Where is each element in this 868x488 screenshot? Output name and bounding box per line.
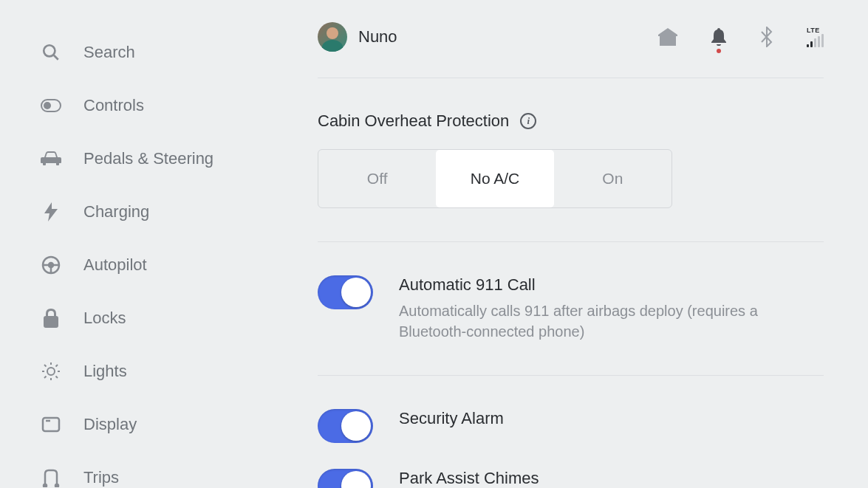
parkassist-row: Park Assist Chimes [318, 469, 824, 488]
auto911-section: Automatic 911 Call Automatically calls 9… [318, 242, 824, 376]
svg-point-19 [55, 484, 58, 487]
sidebar-item-locks[interactable]: Locks [41, 292, 266, 345]
bolt-icon [41, 202, 61, 222]
route-icon [41, 467, 61, 488]
auto911-toggle[interactable] [318, 275, 373, 309]
auto911-desc: Automatically calls 911 after airbags de… [399, 300, 824, 342]
svg-point-7 [47, 368, 55, 375]
alarm-toggle[interactable] [318, 409, 373, 443]
light-icon [41, 361, 61, 382]
steering-wheel-icon [41, 255, 61, 275]
notification-dot [717, 49, 721, 53]
parkassist-toggle[interactable] [318, 469, 373, 488]
alarm-title: Security Alarm [399, 409, 824, 428]
sidebar-item-label: Controls [83, 96, 144, 115]
svg-line-13 [56, 377, 58, 379]
segment-noac[interactable]: No A/C [436, 150, 553, 207]
overheat-segmented-control: Off No A/C On [318, 149, 672, 208]
sidebar-item-autopilot[interactable]: Autopilot [41, 238, 266, 292]
segment-off[interactable]: Off [318, 150, 436, 207]
sidebar-item-search[interactable]: Search [41, 26, 266, 79]
sidebar-item-label: Lights [83, 362, 127, 381]
parkassist-text: Park Assist Chimes [399, 469, 824, 488]
username: Nuno [358, 27, 397, 47]
status-bar: LTE [658, 27, 824, 47]
signal-bars-icon [807, 34, 824, 47]
section-header: Cabin Overheat Protection i [318, 111, 824, 131]
svg-point-3 [44, 102, 51, 109]
overheat-title: Cabin Overheat Protection [318, 111, 509, 131]
sidebar-item-label: Charging [83, 202, 149, 221]
sidebar-item-display[interactable]: Display [41, 398, 266, 451]
svg-line-1 [54, 55, 58, 60]
sidebar-item-trips[interactable]: Trips [41, 451, 266, 488]
sidebar-item-controls[interactable]: Controls [41, 79, 266, 132]
parkassist-title: Park Assist Chimes [399, 469, 824, 488]
auto911-title: Automatic 911 Call [399, 275, 824, 295]
alarm-text: Security Alarm [399, 409, 824, 434]
header: Nuno LTE [318, 22, 824, 78]
svg-rect-16 [43, 418, 59, 431]
garage-icon[interactable] [658, 28, 677, 46]
sidebar-item-pedals[interactable]: Pedals & Steering [41, 132, 266, 185]
sidebar-item-lights[interactable]: Lights [41, 345, 266, 398]
car-icon [41, 148, 61, 169]
svg-point-0 [44, 45, 55, 56]
svg-rect-6 [44, 316, 58, 328]
segment-on[interactable]: On [554, 150, 671, 207]
security-section: Security Alarm Park Assist Chimes [318, 376, 824, 488]
auto911-row: Automatic 911 Call Automatically calls 9… [318, 275, 824, 342]
sidebar-item-label: Display [83, 415, 137, 434]
bluetooth-icon[interactable] [760, 27, 773, 47]
bell-icon[interactable] [711, 28, 727, 46]
sidebar-item-label: Autopilot [83, 255, 147, 275]
signal-indicator[interactable]: LTE [807, 27, 824, 47]
svg-line-14 [44, 377, 47, 379]
sidebar: Search Controls Pedals & Steering Chargi… [0, 0, 295, 488]
toggle-icon [41, 95, 61, 116]
svg-point-5 [49, 263, 53, 267]
signal-label: LTE [807, 27, 820, 34]
sidebar-item-label: Pedals & Steering [83, 149, 213, 168]
auto911-text: Automatic 911 Call Automatically calls 9… [399, 275, 824, 342]
sidebar-item-label: Search [83, 43, 135, 62]
sidebar-item-label: Trips [83, 468, 119, 487]
svg-line-12 [44, 365, 47, 367]
user-profile[interactable]: Nuno [318, 22, 397, 52]
lock-icon [41, 308, 61, 329]
sidebar-item-charging[interactable]: Charging [41, 185, 266, 238]
overheat-section: Cabin Overheat Protection i Off No A/C O… [318, 78, 824, 242]
svg-point-18 [44, 484, 47, 487]
main-content: Nuno LTE Cabin Overheat Protection [295, 0, 868, 488]
avatar [318, 22, 347, 52]
search-icon [41, 42, 61, 63]
sidebar-item-label: Locks [83, 309, 126, 328]
display-icon [41, 414, 61, 435]
alarm-row: Security Alarm [318, 409, 824, 443]
info-icon[interactable]: i [520, 113, 536, 129]
svg-line-15 [56, 365, 58, 367]
